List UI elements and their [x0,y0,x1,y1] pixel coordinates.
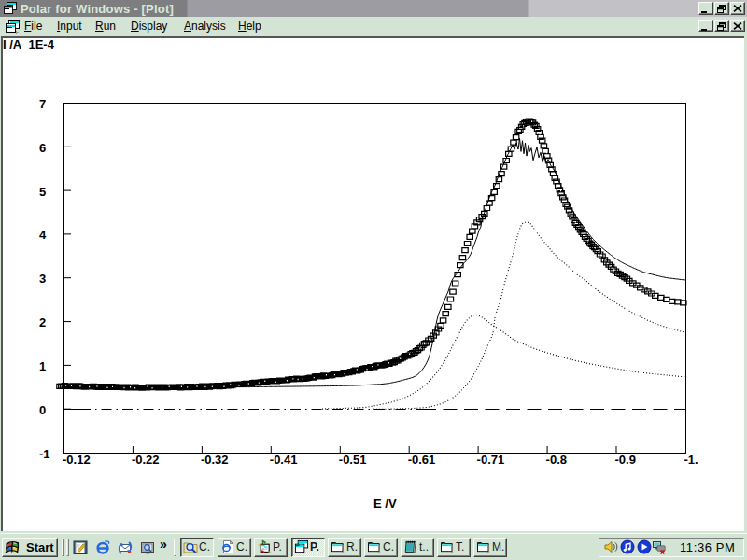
svg-text:0: 0 [39,403,46,417]
svg-text:-0.9: -0.9 [615,453,636,467]
svg-text:-0.32: -0.32 [201,453,229,467]
svg-text:-0.71: -0.71 [477,453,505,467]
svg-text:-1: -1 [39,447,50,461]
svg-text:-0.51: -0.51 [339,453,367,467]
svg-text:3: 3 [39,272,46,286]
svg-text:-0.61: -0.61 [408,453,436,467]
svg-text:-0.41: -0.41 [270,453,298,467]
svg-text:E /V: E /V [374,497,397,511]
svg-text:-1.: -1. [684,453,698,467]
svg-text:4: 4 [39,228,47,242]
svg-text:7: 7 [39,97,46,111]
svg-text:2: 2 [39,315,46,329]
svg-text:1: 1 [39,359,46,373]
svg-text:6: 6 [39,141,46,155]
svg-text:-0.8: -0.8 [546,453,567,467]
svg-text:-0.22: -0.22 [132,453,160,467]
svg-text:5: 5 [39,185,46,199]
svg-text:-0.12: -0.12 [63,453,91,467]
svg-text:I /A 1E-4: I /A 1E-4 [3,37,55,51]
